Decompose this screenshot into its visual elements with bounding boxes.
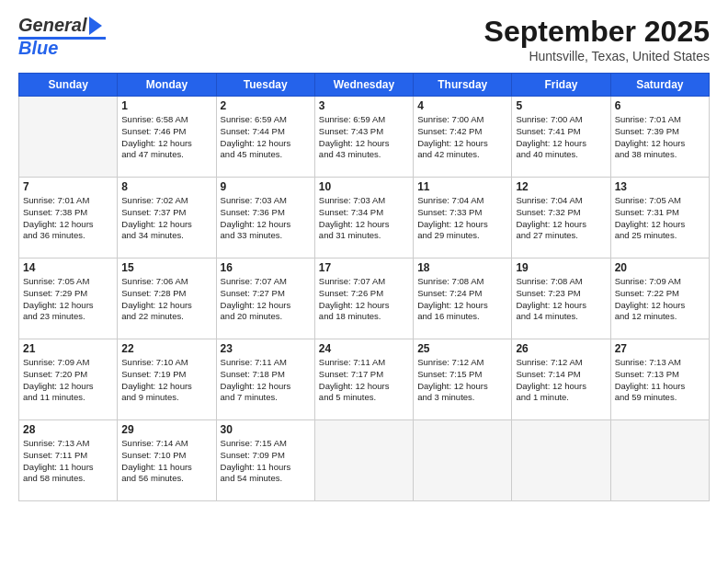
calendar-cell: 6Sunrise: 7:01 AMSunset: 7:39 PMDaylight…	[610, 97, 709, 178]
cell-content: Sunrise: 7:09 AMSunset: 7:20 PMDaylight:…	[23, 357, 113, 404]
day-number: 22	[121, 342, 211, 355]
cell-content: Sunrise: 7:10 AMSunset: 7:19 PMDaylight:…	[121, 357, 211, 404]
col-saturday: Saturday	[610, 74, 709, 97]
calendar-cell: 3Sunrise: 6:59 AMSunset: 7:43 PMDaylight…	[314, 97, 413, 178]
calendar-cell: 5Sunrise: 7:00 AMSunset: 7:41 PMDaylight…	[512, 97, 610, 178]
cell-content: Sunrise: 7:11 AMSunset: 7:17 PMDaylight:…	[319, 357, 409, 404]
logo-general-text: General	[18, 15, 86, 36]
cell-content: Sunrise: 7:08 AMSunset: 7:23 PMDaylight:…	[516, 276, 606, 323]
cell-content: Sunrise: 7:12 AMSunset: 7:14 PMDaylight:…	[516, 357, 606, 404]
cell-content: Sunrise: 6:59 AMSunset: 7:44 PMDaylight:…	[221, 114, 311, 161]
day-number: 26	[516, 342, 606, 355]
calendar-cell	[512, 420, 610, 501]
day-number: 8	[121, 180, 211, 193]
calendar-cell: 21Sunrise: 7:09 AMSunset: 7:20 PMDayligh…	[19, 339, 118, 420]
day-number: 12	[516, 180, 606, 193]
calendar-cell: 10Sunrise: 7:03 AMSunset: 7:34 PMDayligh…	[314, 178, 413, 259]
calendar-cell: 14Sunrise: 7:05 AMSunset: 7:29 PMDayligh…	[19, 259, 118, 339]
day-number: 29	[121, 423, 211, 436]
day-number: 21	[23, 342, 113, 355]
day-number: 15	[121, 261, 211, 274]
cell-content: Sunrise: 7:01 AMSunset: 7:38 PMDaylight:…	[23, 195, 113, 242]
calendar-cell: 2Sunrise: 6:59 AMSunset: 7:44 PMDaylight…	[216, 97, 314, 178]
calendar-week-row: 21Sunrise: 7:09 AMSunset: 7:20 PMDayligh…	[19, 339, 710, 420]
calendar-header-row: Sunday Monday Tuesday Wednesday Thursday…	[19, 74, 710, 97]
calendar-cell: 8Sunrise: 7:02 AMSunset: 7:37 PMDaylight…	[118, 178, 216, 259]
logo: General Blue	[18, 15, 106, 59]
month-title: September 2025	[484, 15, 710, 49]
day-number: 23	[221, 342, 311, 355]
cell-content: Sunrise: 7:00 AMSunset: 7:41 PMDaylight:…	[516, 114, 606, 161]
header: General Blue September 2025 Huntsville, …	[18, 15, 710, 63]
cell-content: Sunrise: 7:11 AMSunset: 7:18 PMDaylight:…	[221, 357, 311, 404]
calendar-cell: 26Sunrise: 7:12 AMSunset: 7:14 PMDayligh…	[512, 339, 610, 420]
cell-content: Sunrise: 7:14 AMSunset: 7:10 PMDaylight:…	[121, 438, 211, 485]
col-sunday: Sunday	[19, 74, 118, 97]
cell-content: Sunrise: 7:03 AMSunset: 7:34 PMDaylight:…	[319, 195, 409, 242]
calendar-week-row: 1Sunrise: 6:58 AMSunset: 7:46 PMDaylight…	[19, 97, 710, 178]
calendar-cell	[314, 420, 413, 501]
cell-content: Sunrise: 7:13 AMSunset: 7:13 PMDaylight:…	[615, 357, 705, 404]
logo-blue-text: Blue	[18, 38, 58, 59]
location: Huntsville, Texas, United States	[484, 49, 710, 63]
calendar-cell: 18Sunrise: 7:08 AMSunset: 7:24 PMDayligh…	[414, 259, 512, 339]
calendar-cell: 4Sunrise: 7:00 AMSunset: 7:42 PMDaylight…	[414, 97, 512, 178]
calendar-cell: 25Sunrise: 7:12 AMSunset: 7:15 PMDayligh…	[414, 339, 512, 420]
page: General Blue September 2025 Huntsville, …	[0, 0, 728, 563]
day-number: 14	[23, 261, 113, 274]
calendar-cell: 9Sunrise: 7:03 AMSunset: 7:36 PMDaylight…	[216, 178, 314, 259]
cell-content: Sunrise: 7:00 AMSunset: 7:42 PMDaylight:…	[417, 114, 507, 161]
calendar-cell: 16Sunrise: 7:07 AMSunset: 7:27 PMDayligh…	[216, 259, 314, 339]
cell-content: Sunrise: 7:08 AMSunset: 7:24 PMDaylight:…	[417, 276, 507, 323]
day-number: 4	[417, 99, 507, 112]
logo-icon: General	[18, 15, 103, 36]
cell-content: Sunrise: 7:03 AMSunset: 7:36 PMDaylight:…	[221, 195, 311, 242]
col-friday: Friday	[512, 74, 610, 97]
day-number: 24	[319, 342, 409, 355]
cell-content: Sunrise: 7:04 AMSunset: 7:33 PMDaylight:…	[417, 195, 507, 242]
cell-content: Sunrise: 7:09 AMSunset: 7:22 PMDaylight:…	[615, 276, 705, 323]
calendar-week-row: 7Sunrise: 7:01 AMSunset: 7:38 PMDaylight…	[19, 178, 710, 259]
calendar-week-row: 14Sunrise: 7:05 AMSunset: 7:29 PMDayligh…	[19, 259, 710, 339]
calendar-cell: 29Sunrise: 7:14 AMSunset: 7:10 PMDayligh…	[118, 420, 216, 501]
calendar-cell: 17Sunrise: 7:07 AMSunset: 7:26 PMDayligh…	[314, 259, 413, 339]
day-number: 3	[319, 99, 409, 112]
calendar-cell	[19, 97, 118, 178]
calendar-cell: 20Sunrise: 7:09 AMSunset: 7:22 PMDayligh…	[610, 259, 709, 339]
col-monday: Monday	[118, 74, 216, 97]
calendar-cell: 13Sunrise: 7:05 AMSunset: 7:31 PMDayligh…	[610, 178, 709, 259]
day-number: 27	[615, 342, 705, 355]
calendar-cell: 23Sunrise: 7:11 AMSunset: 7:18 PMDayligh…	[216, 339, 314, 420]
cell-content: Sunrise: 7:06 AMSunset: 7:28 PMDaylight:…	[121, 276, 211, 323]
cell-content: Sunrise: 7:01 AMSunset: 7:39 PMDaylight:…	[615, 114, 705, 161]
calendar-cell: 11Sunrise: 7:04 AMSunset: 7:33 PMDayligh…	[414, 178, 512, 259]
calendar-cell	[414, 420, 512, 501]
day-number: 17	[319, 261, 409, 274]
calendar-cell: 7Sunrise: 7:01 AMSunset: 7:38 PMDaylight…	[19, 178, 118, 259]
calendar-cell: 12Sunrise: 7:04 AMSunset: 7:32 PMDayligh…	[512, 178, 610, 259]
day-number: 19	[516, 261, 606, 274]
day-number: 20	[615, 261, 705, 274]
day-number: 9	[221, 180, 311, 193]
cell-content: Sunrise: 7:13 AMSunset: 7:11 PMDaylight:…	[23, 438, 113, 485]
calendar-cell: 22Sunrise: 7:10 AMSunset: 7:19 PMDayligh…	[118, 339, 216, 420]
day-number: 6	[615, 99, 705, 112]
calendar-week-row: 28Sunrise: 7:13 AMSunset: 7:11 PMDayligh…	[19, 420, 710, 501]
calendar-cell: 28Sunrise: 7:13 AMSunset: 7:11 PMDayligh…	[19, 420, 118, 501]
day-number: 30	[221, 423, 311, 436]
day-number: 10	[319, 180, 409, 193]
calendar-cell: 24Sunrise: 7:11 AMSunset: 7:17 PMDayligh…	[314, 339, 413, 420]
calendar-cell: 19Sunrise: 7:08 AMSunset: 7:23 PMDayligh…	[512, 259, 610, 339]
calendar-cell: 1Sunrise: 6:58 AMSunset: 7:46 PMDaylight…	[118, 97, 216, 178]
day-number: 7	[23, 180, 113, 193]
calendar-cell	[610, 420, 709, 501]
cell-content: Sunrise: 7:02 AMSunset: 7:37 PMDaylight:…	[121, 195, 211, 242]
cell-content: Sunrise: 7:15 AMSunset: 7:09 PMDaylight:…	[221, 438, 311, 485]
day-number: 11	[417, 180, 507, 193]
calendar-cell: 15Sunrise: 7:06 AMSunset: 7:28 PMDayligh…	[118, 259, 216, 339]
calendar-cell: 27Sunrise: 7:13 AMSunset: 7:13 PMDayligh…	[610, 339, 709, 420]
cell-content: Sunrise: 7:07 AMSunset: 7:26 PMDaylight:…	[319, 276, 409, 323]
cell-content: Sunrise: 6:58 AMSunset: 7:46 PMDaylight:…	[121, 114, 211, 161]
col-tuesday: Tuesday	[216, 74, 314, 97]
cell-content: Sunrise: 7:04 AMSunset: 7:32 PMDaylight:…	[516, 195, 606, 242]
